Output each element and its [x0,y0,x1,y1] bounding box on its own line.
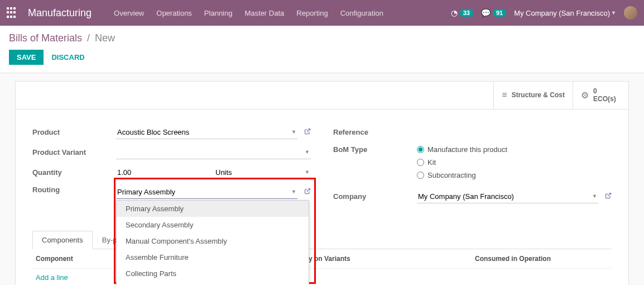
list-icon: ≡ [502,90,507,100]
nav-operations[interactable]: Operations [156,9,192,17]
bom-type-label: BoM Type [333,145,417,154]
company-input[interactable] [417,190,598,203]
radio-subcontracting[interactable] [417,172,424,179]
breadcrumb-root[interactable]: Bills of Materials [9,32,82,44]
nav-planning[interactable]: Planning [204,9,233,17]
ecos-count: 0 [593,87,616,95]
discard-button[interactable]: DISCARD [51,53,84,61]
clock-icon: ◔ [451,8,458,17]
reference-label: Reference [333,128,417,136]
bom-type-manufacture[interactable]: Manufacture this product [417,145,612,154]
dropdown-option[interactable]: Manual Component's Assembly [117,233,309,249]
save-button[interactable]: SAVE [9,50,44,65]
company-label: Company [333,192,417,201]
product-input[interactable] [116,126,297,139]
chat-icon: 💬 [481,8,491,17]
messages-button[interactable]: 💬 91 [481,8,506,17]
ecos-button[interactable]: ⚙ 0 ECO(s) [573,82,628,109]
radio-manufacture[interactable] [417,146,424,153]
action-bar: SAVE DISCARD [0,44,644,73]
ecos-label: ECO(s) [593,95,616,103]
product-label: Product [32,128,116,136]
nav-configuration[interactable]: Configuration [340,9,383,17]
tab-content: Component Apply on Variants Consumed in … [16,249,628,285]
stat-buttons: ≡ Structure & Cost ⚙ 0 ECO(s) [16,82,628,110]
app-brand[interactable]: Manufacturing [28,7,92,19]
tab-components[interactable]: Components [32,231,93,249]
breadcrumb-sep: / [87,32,90,44]
nav-right: ◔ 33 💬 91 My Company (San Francisco) ▼ [451,6,637,20]
activities-button[interactable]: ◔ 33 [451,8,473,17]
top-navbar: Manufacturing Overview Operations Planni… [0,0,644,26]
radio-kit[interactable] [417,159,424,166]
breadcrumb-current: New [95,32,115,44]
routing-dropdown: Primary Assembly Secondary Assembly Manu… [116,200,309,285]
form-sheet: ≡ Structure & Cost ⚙ 0 ECO(s) Product [15,81,629,285]
chevron-down-icon: ▼ [611,10,616,16]
external-link-icon[interactable] [304,188,311,196]
th-consumed: Consumed in Operation [417,255,608,263]
dropdown-option[interactable]: Secondary Assembly [117,217,309,233]
routing-input[interactable] [116,186,297,199]
variant-label: Product Variant [32,148,116,156]
structure-cost-label: Structure & Cost [512,91,565,99]
messages-count: 91 [493,9,506,17]
external-link-icon[interactable] [605,192,612,201]
routing-label: Routing [32,186,116,194]
gears-icon: ⚙ [581,90,589,101]
form-body: Product ▼ Product Variant [16,110,628,221]
dropdown-option[interactable]: Assemble Furniture [117,249,309,265]
quantity-label: Quantity [32,168,116,177]
nav-master-data[interactable]: Master Data [244,9,284,17]
external-link-icon[interactable] [304,128,311,136]
nav-menu: Overview Operations Planning Master Data… [114,9,383,17]
breadcrumb-bar: Bills of Materials / New [0,26,644,44]
activities-count: 33 [460,9,473,17]
breadcrumb: Bills of Materials / New [9,32,635,44]
dropdown-option[interactable]: Collecting Parts [117,265,309,282]
bom-type-kit[interactable]: Kit [417,158,612,167]
variant-input[interactable] [116,146,311,159]
uom-input[interactable] [214,166,311,179]
nav-reporting[interactable]: Reporting [296,9,328,17]
dropdown-option[interactable]: Primary Assembly [117,201,309,217]
user-avatar[interactable] [624,6,637,20]
dropdown-create-edit[interactable]: Create and Edit... [117,282,309,285]
quantity-input[interactable] [116,166,211,179]
right-column: Reference BoM Type Manufacture this prod… [333,125,612,210]
company-switcher[interactable]: My Company (San Francisco) ▼ [514,9,616,17]
apps-icon[interactable] [7,7,18,18]
structure-cost-button[interactable]: ≡ Structure & Cost [493,82,573,109]
left-column: Product ▼ Product Variant [32,125,311,210]
nav-overview[interactable]: Overview [114,9,144,17]
bom-type-subcontracting[interactable]: Subcontracting [417,171,612,179]
